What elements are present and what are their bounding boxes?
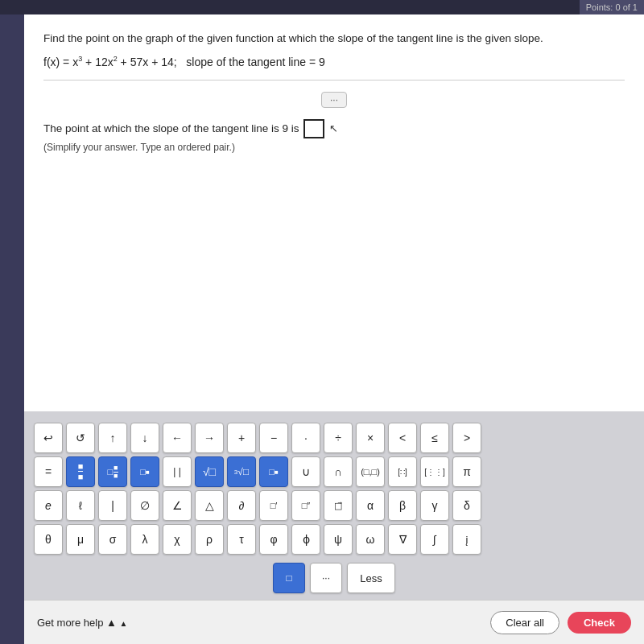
- divider: [43, 80, 625, 80]
- key-lambda[interactable]: λ: [130, 524, 159, 555]
- kb-row-2: = ■■ □ ■■ □■ | | √□ 3√□ □■ ∪ ∩ (□,□) [∷]…: [34, 456, 634, 487]
- simplify-hint: (Simplify your answer. Type an ordered p…: [43, 142, 625, 153]
- footer-bar: Get more help ▲ Clear all Check: [24, 600, 644, 644]
- key-tau[interactable]: τ: [227, 524, 256, 555]
- key-ell[interactable]: ℓ: [66, 490, 95, 521]
- key-lt[interactable]: <: [388, 423, 417, 453]
- key-abs[interactable]: | |: [163, 456, 192, 487]
- key-mixed-number[interactable]: □ ■■: [98, 456, 127, 487]
- key-omega[interactable]: ω: [356, 524, 385, 555]
- formula-text: f(x) = x3 + 12x2 + 57x + 14; slope of th…: [43, 55, 325, 68]
- more-dots-button[interactable]: ···: [321, 92, 347, 108]
- key-gt[interactable]: >: [452, 423, 481, 453]
- get-more-help-link[interactable]: Get more help ▲: [37, 617, 127, 629]
- key-sqrt[interactable]: √□: [195, 456, 224, 487]
- key-chi[interactable]: χ: [163, 524, 192, 555]
- key-beta[interactable]: β: [388, 490, 417, 521]
- formula-line: f(x) = x3 + 12x2 + 57x + 14; slope of th…: [43, 55, 625, 68]
- key-cbrt[interactable]: 3√□: [227, 456, 256, 487]
- answer-prefix-text: The point at which the slope of the tang…: [43, 122, 299, 134]
- key-psi[interactable]: ψ: [324, 524, 353, 555]
- key-euler[interactable]: e: [34, 490, 63, 521]
- key-ordered-pair[interactable]: (□,□): [356, 456, 385, 487]
- problem-instruction: Find the point on the graph of the given…: [43, 31, 625, 47]
- key-up[interactable]: ↑: [98, 423, 127, 453]
- more-dots-container: ···: [43, 92, 625, 108]
- key-varphi[interactable]: φ: [259, 524, 288, 555]
- check-button[interactable]: Check: [568, 612, 631, 634]
- key-vector[interactable]: □⃗: [324, 490, 353, 521]
- key-gamma[interactable]: γ: [420, 490, 449, 521]
- points-label: Points: 0 of 1: [580, 0, 644, 14]
- keyboard-rows: ↩ ↺ ↑ ↓ ← → + − · ÷ × < ≤ > = ■■: [29, 416, 639, 559]
- key-divide[interactable]: ÷: [324, 423, 353, 453]
- key-right[interactable]: →: [195, 423, 224, 453]
- key-minus[interactable]: −: [259, 423, 288, 453]
- key-angle[interactable]: ∠: [163, 490, 192, 521]
- kb-row-3: e ℓ | ∅ ∠ △ ∂ □′ □″ □⃗ α β γ δ: [34, 490, 634, 521]
- key-plus[interactable]: +: [227, 423, 256, 453]
- cursor-indicator: ↖: [329, 122, 338, 134]
- key-theta[interactable]: θ: [34, 524, 63, 555]
- key-rho[interactable]: ρ: [195, 524, 224, 555]
- key-mu[interactable]: μ: [66, 524, 95, 555]
- key-double-prime[interactable]: □″: [291, 490, 320, 521]
- kb-bottom-row: □ ··· Less: [29, 559, 639, 597]
- key-dotted-i[interactable]: į: [452, 524, 481, 555]
- key-dot[interactable]: ·: [291, 423, 320, 453]
- key-triangle[interactable]: △: [195, 490, 224, 521]
- key-redo[interactable]: ↺: [66, 423, 95, 453]
- key-partial[interactable]: ∂: [227, 490, 256, 521]
- key-bar[interactable]: |: [98, 490, 127, 521]
- key-nabla[interactable]: ∇: [388, 524, 417, 555]
- key-matrix-2x2[interactable]: [∷]: [388, 456, 417, 487]
- key-less-button[interactable]: Less: [347, 563, 395, 593]
- key-more-symbols[interactable]: ···: [310, 563, 342, 593]
- key-undo[interactable]: ↩: [34, 423, 63, 453]
- key-down[interactable]: ↓: [130, 423, 159, 453]
- left-sidebar: [0, 0, 24, 644]
- key-lte[interactable]: ≤: [420, 423, 449, 453]
- key-equals[interactable]: =: [34, 456, 63, 487]
- key-integral[interactable]: ∫: [420, 524, 449, 555]
- key-fraction[interactable]: ■■: [66, 456, 95, 487]
- key-alpha[interactable]: α: [356, 490, 385, 521]
- key-delta[interactable]: δ: [452, 490, 481, 521]
- key-matrix-3x3[interactable]: [⋮⋮]: [420, 456, 449, 487]
- key-empty-set[interactable]: ∅: [130, 490, 159, 521]
- key-phi[interactable]: ϕ: [291, 524, 320, 555]
- footer-right: Clear all Check: [490, 611, 631, 634]
- key-sigma[interactable]: σ: [98, 524, 127, 555]
- answer-row: The point at which the slope of the tang…: [43, 119, 625, 138]
- key-left[interactable]: ←: [163, 423, 192, 453]
- key-prime[interactable]: □′: [259, 490, 288, 521]
- key-pi[interactable]: π: [452, 456, 481, 487]
- kb-row-4: θ μ σ λ χ ρ τ φ ϕ ψ ω ∇ ∫ į: [34, 524, 634, 555]
- get-more-help-text: Get more help: [37, 617, 103, 629]
- key-subscript[interactable]: □■: [259, 456, 288, 487]
- keyboard-container: ↩ ↺ ↑ ↓ ← → + − · ÷ × < ≤ > = ■■: [24, 411, 644, 600]
- key-superscript[interactable]: □■: [130, 456, 159, 487]
- key-matrix-input[interactable]: □: [273, 563, 305, 593]
- clear-all-button[interactable]: Clear all: [490, 611, 559, 634]
- kb-row-1: ↩ ↺ ↑ ↓ ← → + − · ÷ × < ≤ >: [34, 423, 634, 453]
- answer-input-box[interactable]: [303, 119, 324, 138]
- key-union[interactable]: ∪: [291, 456, 320, 487]
- key-intersect[interactable]: ∩: [324, 456, 353, 487]
- top-bar: Points: 0 of 1: [0, 0, 644, 14]
- key-times[interactable]: ×: [356, 423, 385, 453]
